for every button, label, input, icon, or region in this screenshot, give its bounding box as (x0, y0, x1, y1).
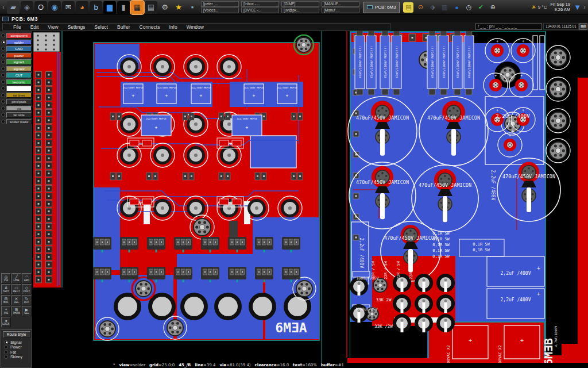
route-option-signal[interactable]: Signal (1, 339, 32, 344)
menu-edit[interactable]: Edit (30, 24, 39, 30)
route-radio[interactable] (4, 340, 8, 344)
menu-window[interactable]: Window (187, 24, 204, 30)
layer-button-solder[interactable]: solder (6, 40, 32, 45)
menu-connects[interactable]: Connects (140, 24, 160, 30)
route-option-power[interactable]: Power (1, 344, 32, 350)
taskbar-window-button[interactable]: [GIMP] (281, 1, 319, 7)
layer-button-leszorito[interactable]: leszorito (6, 79, 32, 85)
layer-button-GND[interactable]: GND (6, 46, 32, 52)
dark-bird-icon[interactable]: ⬗ (427, 2, 438, 13)
pcb-app-icon[interactable]: ▦ (131, 1, 144, 14)
svg-text:6MƎB: 6MƎB (541, 338, 555, 363)
layer-visibility-radio[interactable] (1, 40, 5, 44)
tool-poly-button[interactable]: ◇POLY (22, 284, 32, 294)
route-radio[interactable] (4, 350, 8, 354)
green-check-icon[interactable]: ✔ (475, 2, 486, 13)
unit-toggle-button[interactable]: mil (579, 23, 587, 30)
tool-via-button[interactable]: ◎VIA (1, 273, 11, 283)
menu-view[interactable]: View (48, 24, 58, 30)
sticky-note-icon[interactable]: ▤ (403, 2, 413, 13)
mini-display-icon[interactable]: ▪ (186, 1, 199, 14)
weather-applet[interactable]: ☀ 9 °C (531, 4, 547, 10)
taskbar-window-button[interactable]: [MANUF... (322, 1, 359, 7)
menu-file[interactable]: File (13, 24, 21, 30)
3d-model-icon[interactable]: ◈ (21, 1, 33, 14)
layer-visibility-radio[interactable] (1, 73, 5, 77)
google-earth-icon[interactable]: ◉ (48, 1, 61, 14)
taskbar-window-button[interactable]: [DVICE -... (241, 7, 279, 13)
chevron-left-icon[interactable]: ‹ (1, 4, 6, 10)
menu-settings[interactable]: Settings (68, 24, 86, 30)
opera-icon[interactable]: O (34, 1, 47, 14)
pcb-canvas[interactable]: 2u2/100V MKP10+2u2/100V MKP10+2u2/100V M… (33, 31, 588, 363)
tool-arc-button[interactable]: ◠ARC (22, 273, 32, 283)
layer-button-signal1[interactable]: signal1 (6, 59, 32, 65)
tool-sel-button[interactable]: ▶SEL (22, 306, 32, 316)
layer-visibility-radio[interactable] (1, 86, 5, 90)
layer-visibility-radio[interactable] (1, 93, 5, 97)
route-option-skinny[interactable]: Skinny (1, 354, 32, 359)
layer-button-rat-lines[interactable]: rat lines (6, 93, 32, 98)
tool-thrm-button[interactable]: ⊞THRM (11, 306, 21, 316)
firefox-icon[interactable]: ◕ (76, 1, 88, 14)
menu-select[interactable]: Select (94, 24, 108, 30)
window-titlebar[interactable]: PCB: 6M3 (0, 15, 588, 22)
layer-visibility-radio[interactable] (1, 120, 5, 124)
tool-ins-button[interactable]: +INS (1, 306, 11, 316)
layer-button-signal2[interactable]: signal2 (6, 66, 32, 72)
email-globe-icon[interactable]: ✉ (62, 1, 75, 14)
tool-rect-button[interactable]: ▭RECT (11, 284, 21, 294)
taskbar-window-button[interactable]: [peter_... (201, 1, 239, 7)
taskbar-window-button[interactable]: [Voices... (201, 7, 239, 13)
pcb-canvas-area[interactable]: 2u2/100V MKP10+2u2/100V MKP10+2u2/100V M… (33, 31, 588, 363)
layer-button-solder-mask[interactable]: solder mask (6, 119, 32, 125)
layer-visibility-radio[interactable] (1, 33, 5, 37)
route-radio[interactable] (4, 345, 8, 349)
taskbar-active-window[interactable]: PCB: 6M3 (363, 2, 400, 13)
route-radio[interactable] (4, 355, 8, 359)
layer-button-CUT[interactable]: CUT (6, 72, 32, 78)
video-folder-icon[interactable]: ▰ (7, 1, 20, 14)
layer-visibility-radio[interactable] (1, 53, 5, 57)
chevron-right-icon[interactable]: › (582, 4, 587, 10)
magnifier-icon[interactable]: ⊕ (488, 2, 498, 13)
terminal-icon[interactable]: ▮ (117, 1, 130, 14)
layer-visibility-radio[interactable] (1, 47, 5, 51)
layer-visibility-radio[interactable] (1, 80, 5, 84)
layer-button-power[interactable]: power (6, 53, 32, 59)
taskbar-window-button[interactable]: [Inbox - ... (241, 1, 279, 7)
search-flame-icon[interactable]: ⊙ (415, 2, 425, 13)
menu-info[interactable]: Info (169, 24, 177, 30)
tool-rot-button[interactable]: ↻ROT (22, 295, 32, 305)
layer-visibility-radio[interactable] (1, 113, 5, 117)
route-option-fat[interactable]: Fat (1, 349, 32, 354)
menu-buffer[interactable]: Buffer (117, 24, 130, 30)
clock-applet[interactable]: Fri Sep 19 9:26 AM (551, 2, 571, 12)
layer-visibility-radio[interactable] (1, 60, 5, 64)
tool-text-button[interactable]: ATEXT (1, 284, 11, 294)
notebook-icon[interactable]: ▥ (439, 2, 450, 13)
tool-lock-button[interactable]: ●LOCK (1, 317, 11, 327)
tool-buf-button[interactable]: ⊞BUF (1, 295, 11, 305)
layer-visibility-radio[interactable] (1, 106, 5, 110)
layer-button-pins-pads[interactable]: pins/pads (6, 99, 32, 105)
route-style-button[interactable]: Route Style (3, 331, 30, 338)
download-arrow-icon[interactable]: ▼ (574, 3, 581, 12)
paint-drop-icon[interactable]: ● (451, 2, 462, 13)
equalizer-icon[interactable]: ▆ (103, 1, 116, 14)
layer-visibility-radio[interactable] (1, 99, 5, 103)
layer-visibility-radio[interactable] (1, 67, 5, 71)
star-icon[interactable]: ★ (172, 1, 185, 14)
layer-button-far-side[interactable]: far side (6, 112, 32, 118)
taskbar-window-button[interactable]: [Manuf ... (322, 7, 359, 13)
bing-icon[interactable]: b (90, 1, 102, 14)
gears-icon[interactable]: ⚙ (158, 1, 171, 14)
layer-button-component[interactable]: component (6, 33, 32, 39)
disk-utility-icon[interactable]: ▤ (145, 1, 157, 14)
layer-button-blank[interactable] (6, 86, 32, 91)
tool-line-button[interactable]: ╱LINE (11, 273, 21, 283)
taskbar-window-button[interactable]: [uv@pk... (281, 7, 319, 13)
tool-del-button[interactable]: ✕DEL (11, 295, 21, 305)
clock-tray-icon[interactable]: ◷ (463, 2, 474, 13)
layer-button-via[interactable]: via (6, 106, 32, 112)
